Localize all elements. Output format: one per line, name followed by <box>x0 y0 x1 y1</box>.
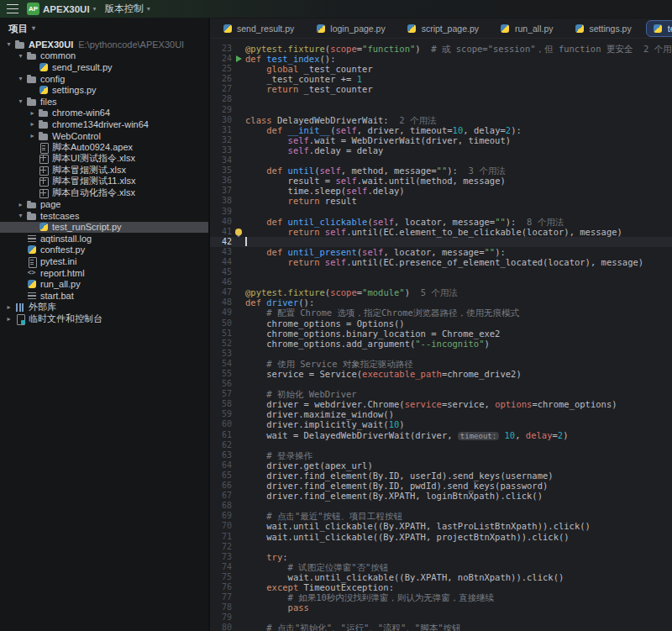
code-line[interactable]: 30class DelayedWebDriverWait: 2 个用法 <box>210 115 672 125</box>
tree-item[interactable]: send_result.py <box>0 61 208 73</box>
tree-item[interactable]: 脚本Auto0924.apex <box>0 141 208 153</box>
code-line[interactable]: 29 <box>210 105 672 115</box>
chevron-right-icon[interactable]: ▸ <box>3 303 14 311</box>
tree-item[interactable]: ▸外部库 <box>0 302 208 313</box>
code-line[interactable]: 79 <box>210 613 672 623</box>
code-line[interactable]: 55service = Service(executable_path=chro… <box>210 369 672 379</box>
line-number[interactable]: 33 <box>210 145 232 155</box>
code-line[interactable]: 54# 使用 Service 对象指定驱动路径 <box>210 359 672 369</box>
code-line[interactable]: 73try: <box>210 552 672 562</box>
code-line[interactable]: 27return _test_counter <box>210 84 672 94</box>
tab-test-runscript-py[interactable]: test_runScript.py× <box>646 20 672 37</box>
code-line[interactable]: 60driver.implicitly_wait(10) <box>210 419 672 429</box>
code-line[interactable]: 40def until_clickable(self, locator, mes… <box>210 217 672 227</box>
code-line[interactable]: 39 <box>210 207 672 217</box>
line-number[interactable]: 42 <box>210 237 232 247</box>
line-number[interactable]: 79 <box>210 613 232 623</box>
code-line[interactable]: 72 <box>210 542 672 552</box>
line-number[interactable]: 24 <box>210 54 232 64</box>
line-number[interactable]: 78 <box>210 602 232 613</box>
chevron-down-icon[interactable]: ▾ <box>15 75 26 82</box>
line-number[interactable]: 39 <box>210 207 232 217</box>
code-line[interactable]: 52chrome_options.add_argument("--incogni… <box>210 339 672 349</box>
code-line[interactable]: 78pass <box>210 602 672 613</box>
tree-item[interactable]: pytest.ini <box>0 255 208 267</box>
line-number[interactable]: 41 <box>210 227 232 237</box>
code-line[interactable]: 38return result <box>210 196 672 206</box>
line-number[interactable]: 73 <box>210 552 232 562</box>
line-number[interactable]: 27 <box>210 84 232 94</box>
tree-item[interactable]: ▸chrome-win64 <box>0 108 208 119</box>
tree-item[interactable]: test_runScript.py <box>0 222 208 234</box>
code-line[interactable]: 49# 配置 Chrome 选项，指定Chrome浏览器路径，使用无痕模式 <box>210 308 672 318</box>
line-number[interactable]: 53 <box>210 349 232 359</box>
tab-settings-py[interactable]: settings.py <box>568 20 638 37</box>
line-number[interactable]: 25 <box>210 64 232 74</box>
code-line[interactable]: 32self.wait = WebDriverWait(driver, time… <box>210 135 672 145</box>
chevron-right-icon[interactable]: ▸ <box>27 109 38 117</box>
line-number[interactable]: 54 <box>210 359 232 369</box>
code-line[interactable]: 33self.delay = delay <box>210 145 672 155</box>
tab-send-result-py[interactable]: send_result.py <box>215 20 301 37</box>
tab-login-page-py[interactable]: login_page.py <box>308 20 391 37</box>
tree-item[interactable]: ▸临时文件和控制台 <box>0 313 208 324</box>
line-number[interactable]: 58 <box>210 399 232 409</box>
code-line[interactable]: 51chrome_options.binary_location = Chrom… <box>210 329 672 339</box>
tree-item[interactable]: aqtinstall.log <box>0 233 208 245</box>
tree-item[interactable]: 脚本冒烟测试11.xlsx <box>0 176 208 187</box>
line-number[interactable]: 51 <box>210 329 232 339</box>
tree-item[interactable]: ▸page <box>0 198 208 210</box>
tree-item[interactable]: ▾APEX30UIE:\pythoncode\APEX30UI <box>0 39 208 50</box>
code-line[interactable]: 65driver.find_element(By.ID, userId).sen… <box>210 471 672 481</box>
line-number[interactable]: 43 <box>210 247 232 257</box>
tree-item[interactable]: <>report.html <box>0 267 208 279</box>
run-test-icon[interactable] <box>236 55 242 62</box>
code-line[interactable]: 34 <box>210 155 672 166</box>
line-number[interactable]: 48 <box>210 297 232 308</box>
line-number[interactable]: 80 <box>210 623 232 631</box>
tree-item[interactable]: settings.py <box>0 84 208 96</box>
code-line[interactable]: 31def __init__(self, driver, timeout=10,… <box>210 125 672 135</box>
hamburger-menu-icon[interactable] <box>7 4 18 13</box>
line-number[interactable]: 71 <box>210 532 232 542</box>
line-number[interactable]: 46 <box>210 277 232 287</box>
tree-item[interactable]: start.bat <box>0 290 208 302</box>
code-line[interactable]: 53 <box>210 349 672 359</box>
line-number[interactable]: 23 <box>210 44 232 54</box>
code-line[interactable]: 24def test_index(): <box>210 54 672 64</box>
code-line[interactable]: 56 <box>210 379 672 389</box>
code-line[interactable]: 68 <box>210 501 672 511</box>
line-number[interactable]: 28 <box>210 94 232 104</box>
tree-item[interactable]: 脚本冒烟测试.xlsx <box>0 165 208 176</box>
line-number[interactable]: 66 <box>210 481 232 491</box>
chevron-down-icon[interactable]: ▾ <box>15 97 26 105</box>
tree-item[interactable]: ▾files <box>0 96 208 108</box>
project-panel-header[interactable]: 项目 ▾ <box>0 18 208 39</box>
code-line[interactable]: 36result = self.wait.until(method, messa… <box>210 176 672 186</box>
line-number[interactable]: 65 <box>210 471 232 481</box>
code-line[interactable]: 71wait.until_clickable((By.XPATH, projec… <box>210 532 672 542</box>
line-number[interactable]: 77 <box>210 592 232 602</box>
line-number[interactable]: 72 <box>210 542 232 552</box>
tree-item[interactable]: conftest.py <box>0 245 208 256</box>
code-line[interactable]: 59driver.maximize_window() <box>210 409 672 419</box>
code-line[interactable]: 64driver.get(apex_url) <box>210 460 672 471</box>
tree-item[interactable]: 脚本UI测试指令.xlsx <box>0 153 208 165</box>
code-line[interactable]: 62 <box>210 440 672 450</box>
tree-item[interactable]: ▾config <box>0 73 208 85</box>
line-number[interactable]: 50 <box>210 318 232 329</box>
line-number[interactable]: 67 <box>210 491 232 501</box>
code-line[interactable]: 28 <box>210 94 672 104</box>
line-number[interactable]: 32 <box>210 135 232 145</box>
tree-item[interactable]: ▾common <box>0 50 208 62</box>
line-number[interactable]: 74 <box>210 562 232 572</box>
tree-item[interactable]: ▸WebControl <box>0 130 208 142</box>
line-number[interactable]: 47 <box>210 287 232 297</box>
code-line[interactable]: 66driver.find_element(By.ID, pwdId).send… <box>210 481 672 491</box>
line-number[interactable]: 38 <box>210 196 232 206</box>
code-line[interactable]: 42 <box>210 237 672 247</box>
line-number[interactable]: 37 <box>210 186 232 196</box>
line-number[interactable]: 44 <box>210 257 232 267</box>
code-line[interactable]: 70wait.until_clickable((By.XPATH, lastPr… <box>210 521 672 531</box>
tree-item[interactable]: 脚本自动化指令.xlsx <box>0 187 208 199</box>
